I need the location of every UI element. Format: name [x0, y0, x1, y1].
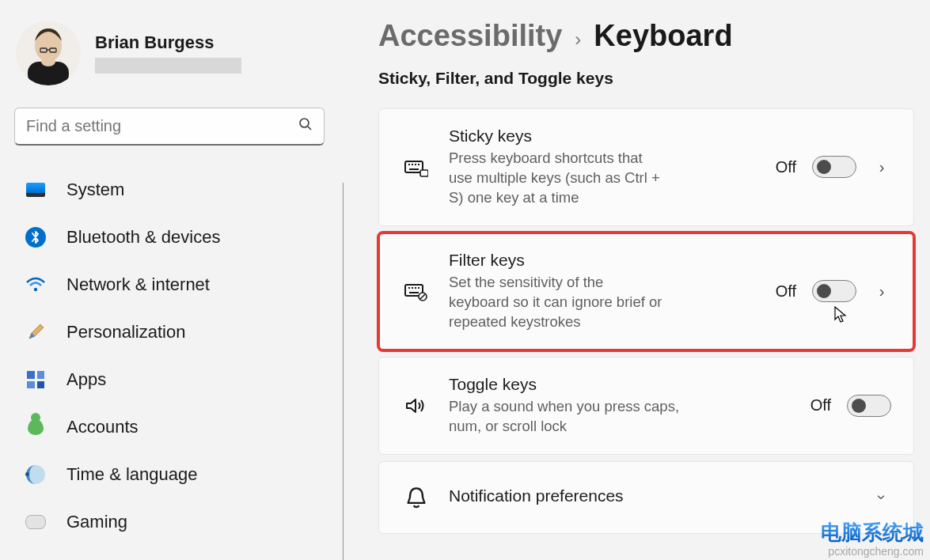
settings-sidebar: Brian Burgess System Bluetooth & devices… [0, 0, 344, 560]
toggle-state-label: Off [776, 158, 796, 176]
chevron-right-icon: › [575, 28, 581, 51]
card-title: Toggle keys [449, 375, 686, 394]
toggle-state-label: Off [810, 396, 831, 414]
sidebar-item-bluetooth[interactable]: Bluetooth & devices [11, 214, 315, 261]
search-icon [298, 117, 313, 135]
speaker-icon [404, 394, 428, 418]
paintbrush-icon [25, 322, 46, 342]
main-panel: Accessibility › Keyboard Sticky, Filter,… [344, 0, 930, 560]
bluetooth-icon [25, 227, 46, 248]
sidebar-item-apps[interactable]: Apps [11, 356, 315, 403]
card-subtitle: Set the sensitivity of the keyboard so i… [449, 273, 662, 332]
card-sticky-keys[interactable]: Sticky keys Press keyboard shortcuts tha… [378, 108, 914, 226]
person-icon [25, 417, 46, 437]
account-email-redacted [95, 58, 241, 74]
svg-point-9 [34, 288, 37, 291]
svg-point-3 [41, 57, 55, 66]
sidebar-item-network[interactable]: Network & internet [11, 261, 315, 308]
chevron-right-icon[interactable]: › [872, 158, 891, 176]
svg-rect-16 [420, 170, 428, 176]
monitor-icon [25, 180, 46, 200]
search-box[interactable] [14, 108, 325, 146]
nav-label: Personalization [66, 322, 185, 342]
search-input[interactable] [26, 117, 298, 135]
watermark: 电脑系统城 pcxitongcheng.com [821, 520, 924, 558]
card-title: Sticky keys [449, 127, 662, 146]
nav-label: Apps [66, 369, 106, 390]
card-subtitle: Press keyboard shortcuts that use multip… [449, 149, 662, 208]
sidebar-item-personalization[interactable]: Personalization [11, 308, 315, 356]
nav-list: System Bluetooth & devices Network & int… [11, 166, 344, 546]
account-block[interactable]: Brian Burgess [11, 13, 344, 108]
nav-label: Bluetooth & devices [66, 227, 220, 248]
card-toggle-keys[interactable]: Toggle keys Play a sound when you press … [378, 357, 914, 455]
wifi-icon [25, 274, 46, 295]
chevron-down-icon[interactable]: › [873, 488, 891, 507]
toggle-state-label: Off [776, 282, 796, 301]
svg-line-8 [308, 127, 311, 130]
bell-icon [404, 486, 428, 509]
section-title: Sticky, Filter, and Toggle keys [378, 69, 914, 88]
card-filter-keys[interactable]: Filter keys Set the sensitivity of the k… [378, 233, 914, 350]
filter-keys-toggle[interactable] [812, 280, 856, 302]
nav-label: System [66, 180, 124, 200]
keyboard-icon [404, 155, 428, 179]
breadcrumb: Accessibility › Keyboard [378, 19, 914, 53]
breadcrumb-current: Keyboard [594, 19, 732, 53]
sidebar-item-time-language[interactable]: Time & language [11, 451, 315, 498]
svg-point-7 [300, 119, 309, 127]
watermark-text-cn: 电脑系统城 [821, 520, 924, 545]
sidebar-item-system[interactable]: System [11, 166, 315, 214]
sticky-keys-toggle[interactable] [812, 156, 856, 178]
card-title: Notification preferences [449, 486, 872, 505]
settings-card-list: Sticky keys Press keyboard shortcuts tha… [378, 108, 914, 540]
sidebar-item-gaming[interactable]: Gaming [11, 498, 315, 546]
sidebar-item-accounts[interactable]: Accounts [11, 403, 315, 451]
nav-label: Network & internet [66, 274, 210, 295]
avatar [16, 21, 81, 85]
nav-label: Time & language [66, 464, 198, 485]
apps-grid-icon [25, 369, 46, 390]
gamepad-icon [25, 512, 46, 532]
account-name: Brian Burgess [95, 32, 241, 53]
card-subtitle: Play a sound when you press caps, num, o… [449, 397, 686, 437]
nav-label: Accounts [66, 417, 139, 437]
toggle-keys-toggle[interactable] [847, 395, 891, 417]
globe-clock-icon [25, 464, 46, 485]
card-title: Filter keys [449, 251, 662, 270]
nav-label: Gaming [66, 512, 127, 532]
keyboard-filter-icon [404, 279, 428, 303]
breadcrumb-parent[interactable]: Accessibility [378, 19, 562, 53]
cursor-icon [834, 306, 847, 324]
chevron-right-icon[interactable]: › [872, 282, 891, 301]
watermark-text-url: pcxitongcheng.com [828, 545, 924, 558]
